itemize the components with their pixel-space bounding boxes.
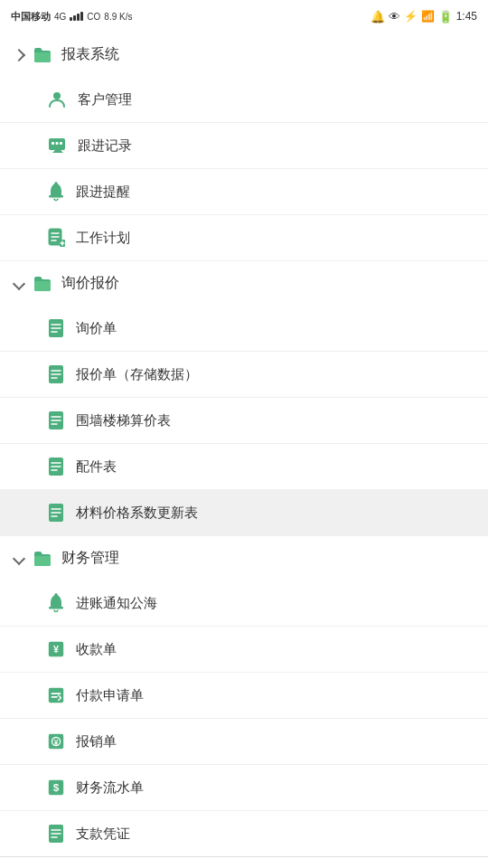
group-finance-label: 财务管理 [61,549,119,568]
money-icon-receipt: ¥ [47,639,65,659]
status-co: CO [87,12,100,22]
item-followup-label: 跟进记录 [78,137,132,155]
money-icon-flow: $ [47,778,65,797]
item-material-price-label: 材料价格系数更新表 [76,505,198,522]
svg-rect-2 [52,142,54,145]
svg-text:$: $ [53,781,60,794]
chevron-down-icon-inquiry [13,277,25,289]
item-quote-sheet-label: 报价单（存储数据） [76,366,198,383]
chat-icon-followup [47,136,67,156]
svg-rect-35 [49,607,63,609]
nav-register-client[interactable]: 登记客户 [195,862,293,868]
svg-rect-39 [49,688,63,703]
item-wall-table[interactable]: 围墙楼梯算价表 [0,398,488,444]
item-payment-apply-label: 付款申请单 [76,687,144,704]
notification-icon: 🔔 [371,10,385,24]
bell-icon-reminder [47,182,65,202]
group-inquiry-label: 询价报价 [61,274,119,293]
item-inquiry-sheet[interactable]: 询价单 [0,306,488,352]
item-receipt-label: 收款单 [76,641,117,658]
battery-icon: 🔋 [438,10,453,24]
nav-photo-share[interactable]: 图片共享 [390,862,488,868]
nav-workflow[interactable]: 流程待办 [0,862,98,868]
item-clients-label: 客户管理 [78,91,132,108]
item-parts-table[interactable]: 配件表 [0,444,488,490]
item-material-price[interactable]: 材料价格系数更新表 [0,490,488,536]
item-reimbursement[interactable]: ¥ 报销单 [0,719,488,765]
signal-bars [70,12,83,21]
svg-rect-3 [56,142,59,145]
money-icon-reimbursement: ¥ [47,731,65,751]
svg-point-6 [55,182,58,184]
item-payment-apply[interactable]: 付款申请单 [0,673,488,719]
item-finance-flow-label: 财务流水单 [76,779,144,797]
svg-point-36 [55,593,58,596]
item-parts-table-label: 配件表 [76,458,117,476]
doc-icon-parts-table [47,457,65,476]
svg-point-0 [53,92,61,99]
item-reimbursement-label: 报销单 [76,733,117,750]
chevron-down-icon-finance [13,552,25,564]
bluetooth-icon: ⚡ [404,10,418,23]
item-reminder[interactable]: 跟进提醒 [0,169,488,215]
status-network: 8.9 K/s [104,12,132,22]
folder-icon-inquiry [33,275,52,293]
group-finance[interactable]: 财务管理 [0,536,488,580]
money-icon-payment [47,685,65,705]
item-income-notify-label: 进账通知公海 [76,595,157,612]
group-reports-label: 报表系统 [61,45,119,64]
folder-icon-finance [33,550,52,568]
nav-register-progress[interactable]: ¥ 登记进款 [293,862,390,868]
item-clients[interactable]: 客户管理 [0,77,488,123]
item-payment-note-label: 支款凭证 [76,826,130,843]
item-receipt[interactable]: ¥ 收款单 [0,627,488,673]
wifi-icon: 📶 [421,10,435,23]
group-reports[interactable]: 报表系统 [0,33,488,77]
status-right: 🔔 👁 ⚡ 📶 🔋 1:45 [371,10,477,24]
item-followup[interactable]: 跟进记录 [0,123,488,169]
menu-content: 报表系统 客户管理 跟进记录 [0,33,488,856]
status-bar: 中国移动 4G CO 8.9 K/s 🔔 👁 ⚡ 📶 🔋 1:45 [0,0,488,33]
item-inquiry-sheet-label: 询价单 [76,320,117,337]
doc-icon-payment-note [47,824,65,844]
group-inquiry[interactable]: 询价报价 [0,261,488,306]
doc-icon-wall-table [47,410,65,430]
person-icon-clients [47,90,67,109]
item-income-notify[interactable]: 进账通知公海 [0,580,488,627]
item-quote-sheet[interactable]: 报价单（存储数据） [0,352,488,398]
item-workplan-label: 工作计划 [76,230,130,247]
svg-rect-40 [52,693,61,694]
item-payment-note[interactable]: 支款凭证 [0,811,488,856]
time-display: 1:45 [456,10,477,23]
folder-icon-reports [33,46,52,64]
item-wall-table-label: 围墙楼梯算价表 [76,412,171,429]
item-finance-flow[interactable]: $ 财务流水单 [0,765,488,811]
status-carrier: 中国移动 [11,10,51,24]
svg-text:¥: ¥ [53,644,60,655]
bell-icon-income [47,593,65,613]
svg-text:¥: ¥ [54,739,59,747]
status-left: 中国移动 4G CO 8.9 K/s [11,10,132,24]
bottom-nav: 流程待办 ! 全部应用 登记客户 ¥ [0,856,488,868]
signal-4g: 4G [54,12,66,22]
doc-icon-workplan [47,228,65,248]
doc-icon-quote-sheet [47,364,65,384]
nav-all-apps[interactable]: ! 全部应用 [98,862,195,868]
eye-icon: 👁 [389,10,400,24]
svg-rect-4 [60,142,62,145]
doc-icon-material-price [47,503,65,523]
svg-rect-5 [49,195,63,198]
chevron-right-icon [13,48,25,61]
doc-icon-inquiry-sheet [47,318,65,338]
item-workplan[interactable]: 工作计划 [0,215,488,261]
svg-rect-41 [52,696,58,698]
item-reminder-label: 跟进提醒 [76,184,130,201]
